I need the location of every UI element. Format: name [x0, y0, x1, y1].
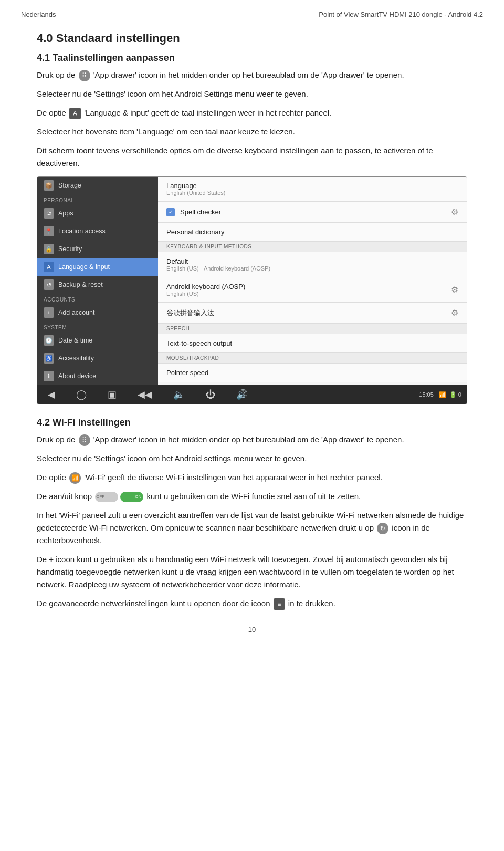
- sidebar-item-datetime[interactable]: 🕐 Date & time: [37, 331, 158, 349]
- panel-android-kb-title: Android keyboard (AOSP): [166, 283, 245, 290]
- status-time: 15:05: [419, 391, 439, 398]
- security-icon: 🔒: [44, 244, 54, 254]
- android-kb-settings-icon[interactable]: ⚙: [451, 285, 458, 295]
- panel-language-title: Language: [166, 182, 226, 190]
- main-content: 4.0 Standaard instellingen 4.1 Taalinste…: [37, 32, 467, 170]
- sidebar-item-about[interactable]: ℹ About device: [37, 367, 158, 385]
- toggle-on[interactable]: [120, 492, 143, 502]
- section2-para3: De optie 📶 'Wi-Fi' geeft de diverse Wi-F…: [37, 471, 467, 484]
- spell-settings-icon[interactable]: ⚙: [451, 207, 458, 217]
- section2-para7: De geavanceerde netwerkinstellingen kunt…: [37, 597, 467, 610]
- add-account-icon: +: [44, 307, 54, 318]
- sidebar-label-datetime: Date & time: [58, 337, 92, 344]
- sidebar-label-apps: Apps: [58, 210, 74, 217]
- about-icon: ℹ: [44, 371, 54, 381]
- power-button[interactable]: ⏻: [195, 387, 226, 402]
- sidebar-item-storage[interactable]: 📦 Storage: [37, 177, 158, 194]
- paragraph-4: Selecteer het bovenste item 'Language' o…: [37, 126, 467, 138]
- panel-item-language[interactable]: Language English (United States): [158, 177, 467, 202]
- accessibility-icon: ♿: [44, 353, 54, 364]
- panel-tts-title: Text-to-speech output: [166, 339, 458, 347]
- app-drawer-icon-2: ⠿: [79, 434, 90, 446]
- sidebar-item-location[interactable]: 📍 Location access: [37, 222, 158, 240]
- panel-personal-dict-title: Personal dictionary: [166, 228, 458, 236]
- camera-button[interactable]: ▣: [97, 387, 127, 402]
- panel-section-keyboard: KEYBOARD & INPUT METHODS: [158, 242, 467, 252]
- panel-item-default[interactable]: Default English (US) - Android keyboard …: [158, 252, 467, 277]
- panel-pointer-title: Pointer speed: [166, 369, 458, 377]
- panel-item-android-kb[interactable]: Android keyboard (AOSP) English (US) ⚙: [158, 277, 467, 303]
- app-drawer-icon: ⠿: [79, 70, 90, 81]
- screenshot-body: 📦 Storage PERSONAL 🗂 Apps 📍 Location acc…: [37, 177, 467, 385]
- page-footer: 10: [21, 626, 483, 634]
- sidebar-item-add-account[interactable]: + Add account: [37, 304, 158, 321]
- vol-up-button[interactable]: 🔊: [226, 387, 258, 402]
- chinese-kb-settings-icon[interactable]: ⚙: [451, 308, 458, 318]
- section2-para5: In het 'Wi-Fi' paneel zult u een overzic…: [37, 509, 467, 547]
- refresh-icon: ↻: [377, 523, 388, 534]
- menu-icon: ≡: [274, 598, 285, 610]
- sidebar-item-backup[interactable]: ↺ Backup & reset: [37, 276, 158, 294]
- header-left: Nederlands: [21, 11, 56, 18]
- toggle-off[interactable]: [95, 492, 118, 502]
- section2-para4: De aan/uit knop kunt u gebruiken om de W…: [37, 490, 467, 503]
- paragraph-5: Dit scherm toont tevens verschillende op…: [37, 144, 467, 170]
- panel-section-speech: SPEECH: [158, 324, 467, 334]
- wifi-icon: 📶: [69, 472, 81, 484]
- sidebar-item-security[interactable]: 🔒 Security: [37, 240, 158, 258]
- home-button[interactable]: ◯: [66, 387, 97, 402]
- nav-bar: ◀ ◯ ▣ ◀◀ 🔈 ⏻ 🔊 15:05 📶 🔋 0: [37, 385, 467, 404]
- page-header: Nederlands Point of View SmartTV HDMI 21…: [21, 11, 483, 22]
- location-icon: 📍: [44, 226, 54, 236]
- prev-button[interactable]: ◀◀: [127, 387, 163, 402]
- page-number: 10: [248, 626, 256, 634]
- settings-sidebar: 📦 Storage PERSONAL 🗂 Apps 📍 Location acc…: [37, 177, 158, 385]
- panel-item-pointer[interactable]: Pointer speed: [158, 364, 467, 382]
- status-wifi: 📶: [439, 391, 449, 398]
- panel-section-mouse: MOUSE/TRACKPAD: [158, 353, 467, 364]
- panel-language-subtitle: English (United States): [166, 190, 226, 196]
- section-heading-4-2: 4.2 Wi-Fi instellingen: [37, 417, 467, 428]
- panel-default-title: Default: [166, 257, 458, 265]
- section-heading-4-0: 4.0 Standaard instellingen: [37, 32, 467, 45]
- sidebar-item-language[interactable]: A Language & input: [37, 258, 158, 276]
- section-4-2: 4.2 Wi-Fi instellingen Druk op de ⠿ 'App…: [37, 417, 467, 610]
- section2-para2: Selecteer nu de 'Settings' icoon om het …: [37, 452, 467, 465]
- sidebar-label-storage: Storage: [58, 182, 81, 189]
- paragraph-2: Selecteer nu de 'Settings' icoon om het …: [37, 88, 467, 100]
- storage-icon: 📦: [44, 180, 54, 191]
- sidebar-section-accounts: ACCOUNTS: [37, 294, 158, 304]
- sidebar-section-system: SYSTEM: [37, 321, 158, 331]
- sidebar-item-accessibility[interactable]: ♿ Accessibility: [37, 349, 158, 367]
- section2-para6: De + icoon kunt u gebruiken als u handma…: [37, 553, 467, 591]
- section-heading-4-1: 4.1 Taalinstellingen aanpassen: [37, 53, 467, 64]
- panel-item-spell[interactable]: ✓ Spell checker ⚙: [158, 202, 467, 223]
- sidebar-item-apps[interactable]: 🗂 Apps: [37, 204, 158, 222]
- language-input-icon: A: [69, 108, 81, 119]
- backup-icon: ↺: [44, 279, 54, 290]
- paragraph-1: Druk op de ⠿ 'App drawer' icoon in het m…: [37, 69, 467, 81]
- sidebar-section-personal: PERSONAL: [37, 194, 158, 204]
- language-icon: A: [44, 262, 54, 272]
- panel-default-subtitle: English (US) - Android keyboard (AOSP): [166, 265, 458, 272]
- panel-item-chinese-kb[interactable]: 谷歌拼音输入法 ⚙: [158, 303, 467, 324]
- settings-panel: Language English (United States) ✓ Spell…: [158, 177, 467, 385]
- sidebar-label-about: About device: [58, 372, 96, 380]
- sidebar-label-backup: Backup & reset: [58, 281, 103, 288]
- spell-check-box[interactable]: ✓: [166, 208, 175, 216]
- vol-down-button[interactable]: 🔈: [163, 387, 195, 402]
- apps-icon: 🗂: [44, 208, 54, 219]
- datetime-icon: 🕐: [44, 335, 54, 346]
- sidebar-label-language: Language & input: [58, 263, 110, 271]
- header-right: Point of View SmartTV HDMI 210 dongle - …: [319, 11, 483, 18]
- section2-para1: Druk op de ⠿ 'App drawer' icoon in het m…: [37, 433, 467, 446]
- panel-android-kb-subtitle: English (US): [166, 290, 245, 297]
- panel-item-personal-dict[interactable]: Personal dictionary: [158, 223, 467, 242]
- panel-spell-title: Spell checker: [180, 208, 221, 216]
- sidebar-label-accessibility: Accessibility: [58, 355, 94, 362]
- paragraph-3: De optie A 'Language & input' geeft de t…: [37, 107, 467, 119]
- sidebar-label-add-account: Add account: [58, 309, 95, 316]
- panel-item-tts[interactable]: Text-to-speech output: [158, 334, 467, 353]
- panel-chinese-kb-title: 谷歌拼音输入法: [166, 308, 214, 318]
- back-button[interactable]: ◀: [37, 387, 66, 402]
